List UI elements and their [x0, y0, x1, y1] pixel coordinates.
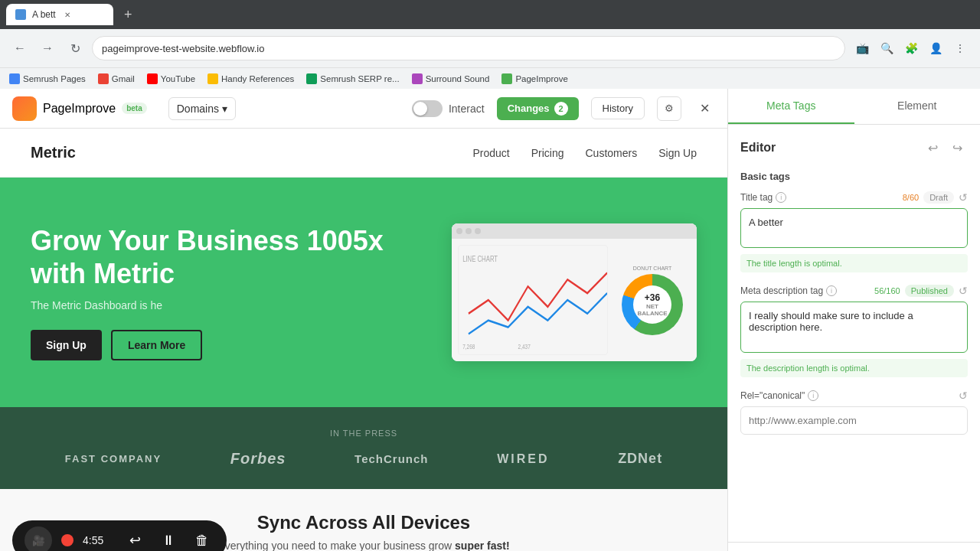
bookmark-icon	[207, 73, 218, 84]
profile-button[interactable]: 👤	[925, 37, 946, 59]
recording-bar: 🎥 4:55 ↩ ⏸ 🗑	[12, 520, 227, 551]
press-logo-zdnet: ZDNet	[618, 451, 662, 467]
title-tag-label: Title tag	[740, 192, 773, 203]
search-button[interactable]: 🔍	[876, 37, 897, 59]
bookmark-youtube[interactable]: YouTube	[147, 73, 195, 84]
press-section: IN THE PRESS FAST COMPANY Forbes TechCru…	[0, 407, 727, 489]
changes-count-badge: 2	[554, 102, 568, 116]
editor-title: Editor	[740, 141, 776, 155]
meta-desc-status-badge: Published	[905, 285, 954, 297]
canonical-label-group: Rel="canonical" i	[740, 390, 818, 401]
forward-button[interactable]: →	[37, 37, 58, 59]
browser-top-bar: A bett ✕ +	[0, 0, 980, 29]
title-reset-button[interactable]: ↺	[959, 191, 968, 204]
canonical-field-header: Rel="canonical" i ↺	[740, 390, 968, 402]
bookmark-surround-sound[interactable]: Surround Sound	[412, 73, 490, 84]
title-tag-field-group: Title tag i 8/60 Draft ↺ A better The ti…	[740, 191, 968, 272]
browser-nav-bar: ← → ↻ pageimprove-test-website.webflow.i…	[0, 29, 980, 67]
press-logo-techcrunch: TechCrunch	[354, 452, 428, 465]
domains-label: Domains	[177, 103, 219, 115]
site-nav-links: Product Pricing Customers Sign Up	[472, 147, 697, 159]
svg-text:2,437: 2,437	[518, 343, 531, 350]
basic-tags-section-label: Basic tags	[740, 171, 968, 182]
interact-toggle-switch[interactable]	[412, 100, 443, 117]
delete-recording-button[interactable]: 🗑	[190, 528, 214, 551]
title-tag-info-icon[interactable]: i	[776, 192, 786, 203]
tab-element[interactable]: Element	[854, 89, 981, 124]
close-panel-button[interactable]: ✕	[694, 98, 715, 119]
learn-more-button[interactable]: Learn More	[111, 330, 202, 360]
site-navigation: Metric Product Pricing Customers Sign Up	[0, 129, 727, 178]
browser-bar	[452, 223, 697, 239]
pageimprove-beta-badge: beta	[122, 103, 147, 114]
chart-area: LINE CHART 7,268 2,437 DONUT CHART	[452, 239, 697, 361]
pageimprove-logo-text: PageImprove	[43, 102, 116, 116]
pageimprove-logo-icon	[12, 96, 37, 121]
site-logo: Metric	[31, 144, 472, 161]
bookmark-gmail[interactable]: Gmail	[98, 73, 135, 84]
tab-close-button[interactable]: ✕	[62, 9, 73, 20]
hero-section: Grow Your Business 1005x with Metric The…	[0, 178, 727, 407]
press-logo-wired: WIRED	[497, 452, 549, 466]
extensions-button[interactable]: 🧩	[900, 37, 922, 59]
donut-chart-area: DONUT CHART +36 NET BALANCE	[614, 245, 691, 355]
canonical-reset-button[interactable]: ↺	[959, 390, 968, 402]
nav-link-signup[interactable]: Sign Up	[658, 147, 697, 159]
undo-button[interactable]: ↩	[922, 137, 943, 158]
canonical-meta: ↺	[959, 390, 968, 402]
canonical-input[interactable]	[740, 406, 968, 435]
history-button[interactable]: History	[591, 97, 645, 119]
back-button[interactable]: ←	[9, 37, 31, 59]
redo-button[interactable]: ↪	[946, 137, 968, 158]
nav-link-pricing[interactable]: Pricing	[531, 147, 564, 159]
delete-icon: 🗑	[195, 533, 209, 549]
page-favicon	[15, 9, 26, 20]
new-tab-button[interactable]: +	[118, 7, 139, 23]
section2-subtitle-highlight: super fast!	[455, 540, 510, 551]
bookmark-icon	[501, 73, 512, 84]
address-bar[interactable]: pageimprove-test-website.webflow.io	[92, 36, 845, 60]
title-tag-input[interactable]: A better	[740, 208, 968, 248]
domains-dropdown[interactable]: Domains ▾	[168, 97, 236, 120]
bookmark-pageimprove[interactable]: PageImprove	[501, 73, 567, 84]
donut-value: +36	[645, 292, 660, 303]
meta-desc-hint-text: The description length is optimal.	[740, 359, 968, 377]
signup-button[interactable]: Sign Up	[31, 330, 102, 360]
tab-meta-tags[interactable]: Meta Tags	[728, 89, 854, 124]
bookmark-label: Gmail	[112, 74, 135, 83]
nav-link-product[interactable]: Product	[472, 147, 509, 159]
more-button[interactable]: ⋮	[949, 37, 971, 59]
bookmark-semrush-serp[interactable]: Semrush SERP re...	[306, 73, 399, 84]
donut-inner-value: +36 NET BALANCE	[633, 285, 671, 324]
bookmark-semrush-pages[interactable]: Semrush Pages	[9, 73, 86, 84]
meta-desc-field-header: Meta description tag i 56/160 Published …	[740, 285, 968, 297]
rewind-button[interactable]: ↩	[122, 528, 147, 551]
bookmark-icon	[147, 73, 158, 84]
press-label: IN THE PRESS	[31, 429, 697, 438]
changes-label: Changes	[508, 103, 550, 114]
browser-dot-2	[466, 228, 472, 234]
meta-desc-label: Meta description tag	[740, 285, 823, 296]
donut-chart: +36 NET BALANCE	[622, 274, 683, 335]
screencast-button[interactable]: 📺	[851, 37, 873, 59]
meta-desc-meta: 56/160 Published ↺	[874, 285, 968, 297]
title-tag-meta: 8/60 Draft ↺	[903, 191, 968, 204]
changes-button[interactable]: Changes 2	[497, 97, 579, 120]
meta-desc-input[interactable]: I really should make sure to include a d…	[740, 302, 968, 353]
svg-text:7,268: 7,268	[462, 343, 475, 350]
hero-text-block: Grow Your Business 1005x with Metric The…	[31, 224, 421, 360]
canonical-info-icon[interactable]: i	[808, 390, 818, 401]
browser-tab[interactable]: A bett ✕	[6, 4, 113, 25]
meta-desc-info-icon[interactable]: i	[826, 285, 837, 296]
settings-gear-button[interactable]: ⚙	[657, 96, 681, 121]
press-logos: FAST COMPANY Forbes TechCrunch WIRED ZDN…	[31, 450, 697, 468]
meta-desc-reset-button[interactable]: ↺	[959, 285, 968, 297]
title-tag-label-group: Title tag i	[740, 192, 786, 203]
camera-button[interactable]: 🎥	[24, 527, 52, 551]
nav-link-customers[interactable]: Customers	[586, 147, 638, 159]
website-content: Metric Product Pricing Customers Sign Up…	[0, 129, 727, 551]
pause-button[interactable]: ⏸	[156, 528, 181, 551]
title-tag-field-header: Title tag i 8/60 Draft ↺	[740, 191, 968, 204]
bookmark-handy-refs[interactable]: Handy References	[207, 73, 294, 84]
refresh-button[interactable]: ↻	[64, 37, 86, 59]
